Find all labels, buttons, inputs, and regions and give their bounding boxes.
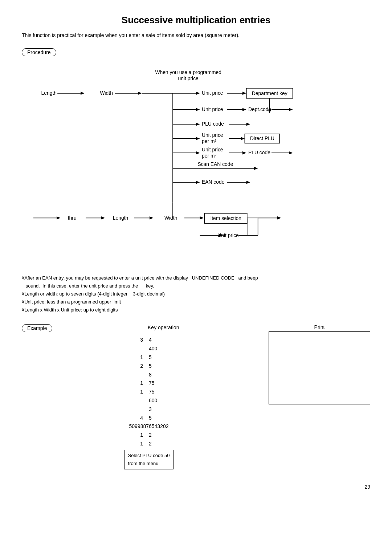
key-op-row-9: 3: [36, 405, 261, 414]
col2-13: 2: [149, 440, 171, 448]
key-op-row-2: 400: [36, 345, 261, 353]
page-title: Successive multiplication entries: [22, 15, 370, 26]
key-operation-title: Key operation: [58, 325, 269, 332]
svg-marker-35: [254, 167, 258, 170]
key-operations-table: 3 4 400 1 5 2 5 8 1 75: [36, 336, 261, 469]
key-op-row-3: 1 5: [36, 353, 261, 362]
print-title: Print: [269, 324, 370, 332]
note-4: ¥Length x Width x Unit price: up to eigh…: [22, 306, 370, 314]
example-badge: Example: [22, 324, 52, 332]
item-selection-label: Item selection: [210, 215, 241, 221]
plu-code-label-2: PLU code: [248, 150, 270, 155]
svg-marker-31: [242, 151, 246, 155]
col1-1: 3: [127, 336, 149, 345]
svg-marker-20: [196, 123, 200, 126]
key-op-row-11: 50998876543202: [36, 422, 261, 431]
col2-7: 75: [149, 388, 171, 396]
svg-marker-26: [241, 137, 245, 140]
svg-marker-41: [57, 216, 61, 220]
example-header: Example Key operation: [22, 324, 269, 332]
svg-marker-39: [246, 181, 250, 184]
unit-price-per-m2-b-1: Unit price: [202, 147, 223, 152]
note-3: ¥Unit price: less than a programmed uppe…: [22, 298, 370, 306]
svg-marker-7: [196, 92, 200, 95]
example-left-panel: Example Key operation 3 4 400 1 5 2 5 8: [22, 324, 269, 469]
col1-6: 1: [127, 379, 149, 388]
unit-price-per-m2-b-2: per m²: [202, 153, 216, 159]
note-2: ¥Length or width: up to seven digits (4-…: [22, 290, 370, 298]
page-number: 29: [22, 484, 370, 490]
notes-section: ¥After an EAN entry, you may be requeste…: [22, 274, 370, 314]
svg-marker-37: [196, 181, 200, 184]
col1-2: [127, 345, 149, 353]
unit-price-label-3: Unit price: [217, 232, 239, 238]
svg-marker-16: [242, 108, 246, 111]
key-op-row-7: 1 75: [36, 388, 261, 396]
col1-8: [127, 396, 149, 405]
direct-plu-label: Direct PLU: [250, 135, 274, 141]
scan-ean-label: Scan EAN code: [197, 161, 233, 167]
department-key-label: Department key: [252, 90, 287, 96]
col1-5: [127, 371, 149, 379]
svg-marker-24: [196, 137, 200, 140]
intro-text: This function is practical for example w…: [22, 32, 370, 38]
col2-5: 8: [149, 371, 171, 379]
svg-marker-14: [196, 108, 200, 111]
key-op-row-5: 8: [36, 371, 261, 379]
svg-marker-33: [289, 151, 293, 155]
col1-13: 1: [127, 440, 149, 448]
thru-label: thru: [68, 215, 77, 221]
unit-price-per-m2-a-1: Unit price: [202, 132, 223, 138]
col2-1: 4: [149, 336, 171, 345]
col1-4: 2: [127, 362, 149, 371]
print-box: [269, 332, 370, 404]
svg-marker-22: [246, 123, 250, 126]
svg-marker-18: [289, 108, 293, 111]
svg-marker-47: [200, 216, 204, 220]
select-plu-box: Select PLU code 50from the menu.: [124, 450, 174, 469]
col1-9: [127, 405, 149, 414]
key-op-row-13: 1 2: [36, 440, 261, 448]
key-op-row-6: 1 75: [36, 379, 261, 388]
print-area: Print: [269, 324, 370, 404]
ean-number: 50998876543202: [129, 422, 168, 431]
col2-10: 5: [149, 414, 171, 423]
svg-marker-29: [196, 151, 200, 155]
col2-12: 2: [149, 431, 171, 440]
key-op-row-1: 3 4: [36, 336, 261, 345]
unit-price-note: unit price: [178, 76, 199, 81]
col2-4: 5: [149, 362, 171, 371]
col1-3: 1: [127, 353, 149, 362]
svg-marker-1: [81, 92, 85, 95]
svg-marker-43: [101, 216, 105, 220]
dept-code-label: Dept.code: [248, 106, 271, 112]
plu-code-label-1: PLU code: [202, 121, 224, 127]
unit-price-label-2: Unit price: [202, 106, 223, 112]
col2-6: 75: [149, 379, 171, 388]
col2-2: 400: [149, 345, 171, 353]
length-label: Length: [41, 90, 57, 96]
svg-marker-45: [150, 216, 154, 220]
flowchart-diagram: When you use a programmed unit price Len…: [22, 62, 370, 265]
example-section: Example Key operation 3 4 400 1 5 2 5 8: [22, 324, 370, 469]
key-op-row-14: Select PLU code 50from the menu.: [36, 448, 261, 469]
unit-price-label-1: Unit price: [202, 90, 223, 96]
key-op-row-4: 2 5: [36, 362, 261, 371]
col2-3: 5: [149, 353, 171, 362]
col1-10: 4: [127, 414, 149, 423]
svg-marker-9: [242, 92, 246, 95]
unit-price-per-m2-a-2: per m²: [202, 138, 216, 144]
col2-9: 3: [149, 405, 171, 414]
key-op-row-10: 4 5: [36, 414, 261, 423]
col1-12: 1: [127, 431, 149, 440]
note-1: ¥After an EAN entry, you may be requeste…: [22, 274, 370, 290]
col2-8: 600: [149, 396, 171, 405]
width2-label: Width: [164, 215, 177, 221]
key-op-row-12: 1 2: [36, 431, 261, 440]
col1-7: 1: [127, 388, 149, 396]
svg-marker-56: [277, 216, 281, 220]
length2-label: Length: [113, 215, 128, 221]
svg-marker-3: [138, 92, 142, 95]
key-op-row-8: 600: [36, 396, 261, 405]
when-programmed-label: When you use a programmed: [155, 69, 221, 75]
